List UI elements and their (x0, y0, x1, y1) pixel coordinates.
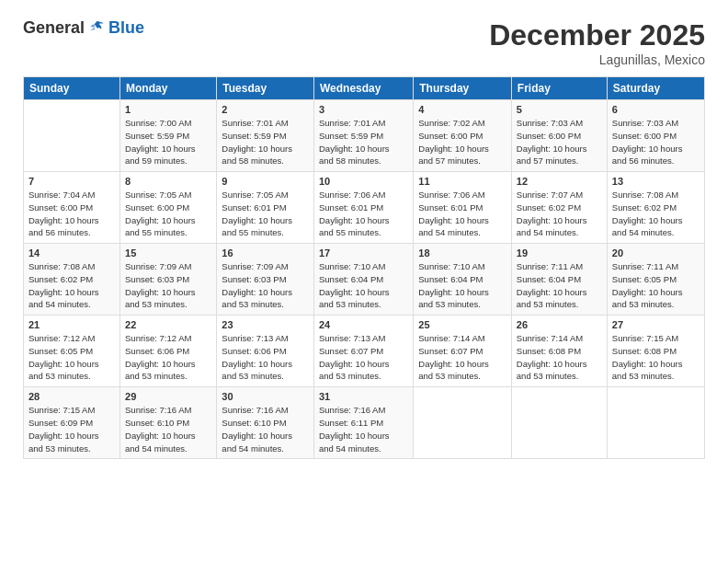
day-number: 19 (517, 247, 602, 259)
day-info: Sunrise: 7:09 AM Sunset: 6:03 PM Dayligh… (222, 260, 309, 311)
day-info: Sunrise: 7:05 AM Sunset: 6:00 PM Dayligh… (125, 189, 211, 239)
calendar-cell: 9Sunrise: 7:05 AM Sunset: 6:01 PM Daylig… (217, 172, 314, 244)
day-number: 21 (28, 319, 115, 330)
day-number: 10 (319, 176, 408, 187)
day-info: Sunrise: 7:07 AM Sunset: 6:02 PM Dayligh… (517, 189, 602, 239)
calendar-week-row: 1Sunrise: 7:00 AM Sunset: 5:59 PM Daylig… (24, 100, 705, 172)
day-info: Sunrise: 7:01 AM Sunset: 5:59 PM Dayligh… (319, 117, 408, 167)
header: General Blue December 2025 Lagunillas, M… (23, 18, 705, 67)
day-number: 18 (418, 247, 506, 259)
calendar-cell: 21Sunrise: 7:12 AM Sunset: 6:05 PM Dayli… (24, 316, 120, 387)
day-number: 16 (222, 247, 309, 259)
calendar-cell: 17Sunrise: 7:10 AM Sunset: 6:04 PM Dayli… (314, 244, 414, 316)
calendar-cell: 26Sunrise: 7:14 AM Sunset: 6:08 PM Dayli… (511, 316, 607, 387)
day-number: 31 (319, 391, 408, 402)
calendar-cell: 24Sunrise: 7:13 AM Sunset: 6:07 PM Dayli… (314, 316, 414, 387)
day-info: Sunrise: 7:03 AM Sunset: 6:00 PM Dayligh… (517, 117, 602, 167)
calendar-cell: 22Sunrise: 7:12 AM Sunset: 6:06 PM Dayli… (120, 316, 217, 387)
day-number: 15 (125, 247, 211, 259)
day-number: 14 (28, 247, 115, 259)
day-info: Sunrise: 7:11 AM Sunset: 6:04 PM Dayligh… (517, 260, 602, 311)
calendar-cell: 4Sunrise: 7:02 AM Sunset: 6:00 PM Daylig… (414, 100, 512, 172)
header-row: Sunday Monday Tuesday Wednesday Thursday… (24, 77, 705, 100)
day-number: 3 (319, 104, 408, 115)
col-sunday: Sunday (24, 77, 120, 100)
calendar-cell: 29Sunrise: 7:16 AM Sunset: 6:10 PM Dayli… (120, 387, 217, 459)
day-number: 1 (125, 104, 211, 115)
day-info: Sunrise: 7:09 AM Sunset: 6:03 PM Dayligh… (125, 260, 211, 311)
calendar-body: 1Sunrise: 7:00 AM Sunset: 5:59 PM Daylig… (24, 100, 705, 459)
day-info: Sunrise: 7:11 AM Sunset: 6:05 PM Dayligh… (612, 260, 700, 311)
day-number: 23 (222, 319, 309, 330)
day-number: 4 (418, 104, 506, 115)
calendar-week-row: 7Sunrise: 7:04 AM Sunset: 6:00 PM Daylig… (24, 172, 705, 244)
calendar-week-row: 28Sunrise: 7:15 AM Sunset: 6:09 PM Dayli… (24, 387, 705, 459)
calendar-cell: 16Sunrise: 7:09 AM Sunset: 6:03 PM Dayli… (217, 244, 314, 316)
day-info: Sunrise: 7:05 AM Sunset: 6:01 PM Dayligh… (222, 189, 309, 239)
calendar-cell: 11Sunrise: 7:06 AM Sunset: 6:01 PM Dayli… (414, 172, 512, 244)
day-info: Sunrise: 7:15 AM Sunset: 6:09 PM Dayligh… (28, 404, 115, 454)
calendar-cell: 20Sunrise: 7:11 AM Sunset: 6:05 PM Dayli… (607, 244, 704, 316)
day-info: Sunrise: 7:16 AM Sunset: 6:10 PM Dayligh… (222, 404, 309, 454)
day-number: 26 (517, 319, 602, 330)
day-info: Sunrise: 7:10 AM Sunset: 6:04 PM Dayligh… (418, 260, 506, 311)
location: Lagunillas, Mexico (489, 52, 705, 67)
calendar-cell: 12Sunrise: 7:07 AM Sunset: 6:02 PM Dayli… (511, 172, 607, 244)
day-number: 5 (517, 104, 602, 115)
calendar-cell (511, 387, 607, 459)
day-number: 22 (125, 319, 211, 330)
calendar-cell: 5Sunrise: 7:03 AM Sunset: 6:00 PM Daylig… (511, 100, 607, 172)
calendar-cell (607, 387, 704, 459)
day-number: 2 (222, 104, 309, 115)
col-monday: Monday (120, 77, 217, 100)
calendar-cell: 28Sunrise: 7:15 AM Sunset: 6:09 PM Dayli… (24, 387, 120, 459)
calendar-cell: 2Sunrise: 7:01 AM Sunset: 5:59 PM Daylig… (217, 100, 314, 172)
day-number: 27 (612, 319, 700, 330)
calendar-cell: 8Sunrise: 7:05 AM Sunset: 6:00 PM Daylig… (120, 172, 217, 244)
calendar-table: Sunday Monday Tuesday Wednesday Thursday… (23, 76, 705, 459)
day-info: Sunrise: 7:02 AM Sunset: 6:00 PM Dayligh… (418, 117, 506, 167)
day-number: 13 (612, 176, 700, 187)
calendar-week-row: 14Sunrise: 7:08 AM Sunset: 6:02 PM Dayli… (24, 244, 705, 316)
day-info: Sunrise: 7:06 AM Sunset: 6:01 PM Dayligh… (319, 189, 408, 239)
calendar-cell: 6Sunrise: 7:03 AM Sunset: 6:00 PM Daylig… (607, 100, 704, 172)
day-number: 7 (28, 176, 115, 187)
calendar-cell: 13Sunrise: 7:08 AM Sunset: 6:02 PM Dayli… (607, 172, 704, 244)
calendar-cell: 25Sunrise: 7:14 AM Sunset: 6:07 PM Dayli… (414, 316, 512, 387)
day-info: Sunrise: 7:14 AM Sunset: 6:07 PM Dayligh… (418, 332, 506, 383)
day-info: Sunrise: 7:16 AM Sunset: 6:11 PM Dayligh… (319, 404, 408, 454)
day-number: 12 (517, 176, 602, 187)
col-thursday: Thursday (414, 77, 512, 100)
title-area: December 2025 Lagunillas, Mexico (489, 18, 705, 67)
day-info: Sunrise: 7:00 AM Sunset: 5:59 PM Dayligh… (125, 117, 211, 167)
calendar-cell: 31Sunrise: 7:16 AM Sunset: 6:11 PM Dayli… (314, 387, 414, 459)
day-info: Sunrise: 7:14 AM Sunset: 6:08 PM Dayligh… (517, 332, 602, 383)
col-tuesday: Tuesday (217, 77, 314, 100)
day-info: Sunrise: 7:12 AM Sunset: 6:05 PM Dayligh… (28, 332, 115, 383)
calendar-page: General Blue December 2025 Lagunillas, M… (0, 0, 728, 563)
logo-blue: Blue (108, 18, 144, 38)
logo-general: General (23, 18, 85, 38)
day-number: 20 (612, 247, 700, 259)
day-info: Sunrise: 7:12 AM Sunset: 6:06 PM Dayligh… (125, 332, 211, 383)
calendar-cell: 30Sunrise: 7:16 AM Sunset: 6:10 PM Dayli… (217, 387, 314, 459)
calendar-cell (24, 100, 120, 172)
calendar-cell: 18Sunrise: 7:10 AM Sunset: 6:04 PM Dayli… (414, 244, 512, 316)
logo-bird-icon (88, 19, 107, 38)
calendar-cell: 3Sunrise: 7:01 AM Sunset: 5:59 PM Daylig… (314, 100, 414, 172)
col-friday: Friday (511, 77, 607, 100)
calendar-cell: 10Sunrise: 7:06 AM Sunset: 6:01 PM Dayli… (314, 172, 414, 244)
col-wednesday: Wednesday (314, 77, 414, 100)
day-info: Sunrise: 7:03 AM Sunset: 6:00 PM Dayligh… (612, 117, 700, 167)
day-number: 29 (125, 391, 211, 402)
day-number: 17 (319, 247, 408, 259)
calendar-cell: 15Sunrise: 7:09 AM Sunset: 6:03 PM Dayli… (120, 244, 217, 316)
calendar-cell: 7Sunrise: 7:04 AM Sunset: 6:00 PM Daylig… (24, 172, 120, 244)
day-info: Sunrise: 7:16 AM Sunset: 6:10 PM Dayligh… (125, 404, 211, 454)
day-info: Sunrise: 7:13 AM Sunset: 6:07 PM Dayligh… (319, 332, 408, 383)
day-number: 8 (125, 176, 211, 187)
calendar-cell: 1Sunrise: 7:00 AM Sunset: 5:59 PM Daylig… (120, 100, 217, 172)
day-number: 9 (222, 176, 309, 187)
day-number: 28 (28, 391, 115, 402)
day-info: Sunrise: 7:13 AM Sunset: 6:06 PM Dayligh… (222, 332, 309, 383)
